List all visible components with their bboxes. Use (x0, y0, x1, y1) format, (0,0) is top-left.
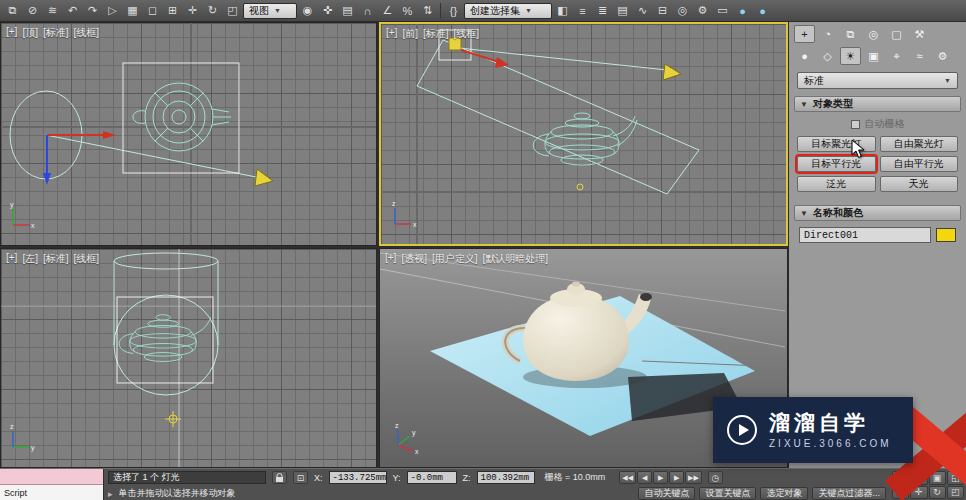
select-and-scale-icon[interactable]: ◰ (223, 2, 242, 20)
window-crossing-icon[interactable]: ⊞ (163, 2, 182, 20)
shapes-category[interactable]: ◇ (817, 47, 838, 65)
select-and-manipulate-icon[interactable]: ✜ (318, 2, 337, 20)
omni-light-button[interactable]: 泛光 (797, 176, 876, 192)
keyboard-override-icon[interactable]: ▤ (338, 2, 357, 20)
viewport-menu[interactable]: [+] (6, 252, 17, 266)
unlink-selection-icon[interactable]: ⊘ (23, 2, 42, 20)
viewport-style[interactable]: [标准] (43, 26, 69, 40)
object-color-swatch[interactable] (936, 228, 956, 242)
selected-filter-dropdown[interactable]: 选定对象 (760, 487, 808, 500)
teapot-wireframe-front[interactable] (533, 113, 637, 165)
viewport-style[interactable]: [标准] (43, 252, 69, 266)
key-filters-button[interactable]: 关键点过滤器... (812, 487, 886, 500)
free-direct-light-button[interactable]: 自由平行光 (880, 156, 959, 172)
viewport-menu[interactable]: [+] (386, 27, 397, 41)
select-and-move-icon[interactable]: ✛ (183, 2, 202, 20)
render-setup-icon[interactable]: ⚙ (693, 2, 712, 20)
percent-snap-icon[interactable]: % (398, 2, 417, 20)
align-icon[interactable]: ≡ (573, 2, 592, 20)
maxscript-mini-listener[interactable]: Script (0, 469, 104, 500)
viewport-front[interactable]: [+] [前] [标准] [线框] (379, 22, 788, 246)
absolute-mode-toggle-icon[interactable]: ⊡ (293, 471, 308, 484)
light-type-dropdown[interactable]: 标准 ▼ (797, 72, 958, 89)
time-configuration-icon[interactable]: ◷ (708, 471, 723, 484)
mirror-icon[interactable]: ◧ (553, 2, 572, 20)
x-coordinate-field[interactable]: -133.725mm (329, 471, 387, 484)
motion-tab[interactable]: ◎ (863, 25, 884, 43)
direct-light-beam[interactable] (114, 253, 218, 395)
teapot-wireframe-top[interactable] (133, 83, 231, 151)
skylight-button[interactable]: 天光 (880, 176, 959, 192)
viewport-view-name[interactable]: [透视] (401, 252, 427, 266)
select-by-name-icon[interactable]: ▦ (123, 2, 142, 20)
viewport-style[interactable]: [用户定义] (432, 252, 478, 266)
bind-to-space-warp-icon[interactable]: ≋ (43, 2, 62, 20)
viewport-view-name[interactable]: [左] (22, 252, 38, 266)
light-target-icon[interactable] (255, 169, 273, 186)
material-editor-icon[interactable]: ◎ (673, 2, 692, 20)
macro-recorder-line[interactable] (0, 469, 103, 485)
schematic-view-icon[interactable]: ⊟ (653, 2, 672, 20)
layer-manager-icon[interactable]: ≣ (593, 2, 612, 20)
teapot-wireframe-left[interactable] (119, 315, 211, 362)
viewport-menu[interactable]: [+] (6, 26, 17, 40)
y-coordinate-field[interactable]: -0.0mm (407, 471, 457, 484)
selection-lock-icon[interactable] (272, 471, 287, 484)
spinner-snap-icon[interactable]: ⇅ (418, 2, 437, 20)
select-and-rotate-icon[interactable]: ↻ (203, 2, 222, 20)
viewport-top[interactable]: [+] [顶] [标准] [线框] (0, 22, 377, 246)
graphite-ribbon-icon[interactable]: ▤ (613, 2, 632, 20)
systems-category[interactable]: ⚙ (932, 47, 953, 65)
angle-snap-icon[interactable]: ∠ (378, 2, 397, 20)
viewport-view-name[interactable]: [前] (402, 27, 418, 41)
named-selection-sets-dropdown[interactable]: 创建选择集▼ (464, 3, 552, 19)
select-object-icon[interactable]: ▷ (103, 2, 122, 20)
viewport-shading[interactable]: [默认明暗处理] (483, 252, 549, 266)
previous-frame-button[interactable]: ◀ (637, 471, 652, 484)
create-tab[interactable]: + (794, 25, 815, 43)
object-type-rollout-header[interactable]: ▼ 对象类型 (794, 96, 961, 112)
rendered-frame-window-icon[interactable]: ▭ (713, 2, 732, 20)
name-color-rollout-header[interactable]: ▼ 名称和颜色 (794, 205, 961, 221)
use-pivot-center-icon[interactable]: ◉ (298, 2, 317, 20)
viewport-style[interactable]: [标准] (423, 27, 449, 41)
curve-editor-icon[interactable]: ∿ (633, 2, 652, 20)
direct-light-gizmo[interactable] (10, 91, 261, 185)
z-coordinate-field[interactable]: 100.392mm (477, 471, 535, 484)
free-spotlight-button[interactable]: 自由聚光灯 (880, 136, 959, 152)
reference-coordinate-dropdown[interactable]: 视图▼ (243, 3, 297, 19)
utilities-tab[interactable]: ⚒ (909, 25, 930, 43)
edit-named-selection-sets-icon[interactable]: {} (444, 2, 463, 20)
autogrid-checkbox[interactable] (851, 120, 860, 129)
play-button[interactable]: ▶ (653, 471, 668, 484)
auto-key-button[interactable]: 自动关键点 (638, 487, 695, 500)
cameras-category[interactable]: ▣ (863, 47, 884, 65)
viewport-shading[interactable]: [线框] (74, 26, 100, 40)
geometry-category[interactable]: ● (794, 47, 815, 65)
next-frame-button[interactable]: ▶ (669, 471, 684, 484)
light-target-icon[interactable] (663, 64, 681, 80)
go-to-start-button[interactable]: ◀◀ (619, 471, 636, 484)
hierarchy-tab[interactable]: ⧉ (840, 25, 861, 43)
go-to-end-button[interactable]: ▶▶ (685, 471, 702, 484)
display-tab[interactable]: ▢ (886, 25, 907, 43)
lights-category[interactable]: ☀ (840, 47, 861, 65)
redo-icon[interactable]: ↷ (83, 2, 102, 20)
viewport-shading[interactable]: [线框] (74, 252, 100, 266)
helpers-category[interactable]: ⌖ (886, 47, 907, 65)
set-key-button[interactable]: 设置关键点 (699, 487, 756, 500)
render-production-icon[interactable]: ● (733, 2, 752, 20)
select-and-link-icon[interactable]: ⧉ (3, 2, 22, 20)
viewport-view-name[interactable]: [顶] (22, 26, 38, 40)
object-name-field[interactable]: Direct001 (799, 227, 931, 243)
viewport-left[interactable]: [+] [左] [标准] [线框] (0, 248, 377, 468)
render-iterative-icon[interactable]: ● (753, 2, 772, 20)
snap-toggle-icon[interactable]: ∩ (358, 2, 377, 20)
listener-line[interactable]: Script (0, 485, 103, 500)
modify-tab[interactable]: ◔ (817, 25, 838, 43)
undo-icon[interactable]: ↶ (63, 2, 82, 20)
viewport-menu[interactable]: [+] (385, 252, 396, 266)
viewport-shading[interactable]: [线框] (454, 27, 480, 41)
spacewarps-category[interactable]: ≈ (909, 47, 930, 65)
rectangular-selection-region-icon[interactable]: ◻ (143, 2, 162, 20)
